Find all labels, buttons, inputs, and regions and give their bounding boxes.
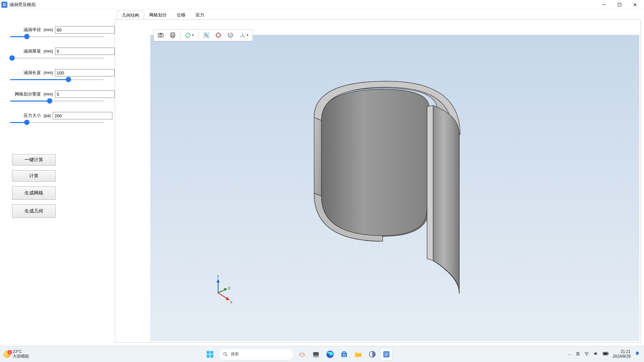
param-mesh-density: 网格划分密度 (mm): [10, 90, 104, 103]
volume-icon[interactable]: [593, 351, 599, 357]
svg-point-27: [223, 352, 226, 355]
tab-stress[interactable]: 应力: [191, 10, 209, 19]
chevron-down-icon: ▼: [246, 34, 249, 37]
chevron-down-icon: ▼: [192, 34, 195, 37]
svg-rect-36: [343, 354, 344, 355]
window-title: 涵洞受压模拟: [9, 2, 36, 8]
pan-icon[interactable]: [213, 30, 224, 40]
length-slider[interactable]: [10, 78, 104, 81]
tab-mesh[interactable]: 网格划分: [144, 10, 172, 19]
notifications-icon[interactable]: [635, 351, 640, 357]
svg-line-15: [240, 36, 243, 38]
canvas-frame: ▼ ▼: [115, 19, 641, 343]
param-unit: (pa): [44, 113, 51, 118]
mesh-density-input[interactable]: [55, 90, 115, 98]
thickness-slider[interactable]: [10, 56, 104, 60]
taskbar-app-store[interactable]: [338, 348, 350, 360]
param-label: 压力大小: [10, 113, 41, 119]
radius-slider[interactable]: [10, 35, 104, 38]
svg-rect-39: [344, 355, 345, 356]
param-label: 网格划分密度: [10, 91, 41, 97]
compute-button[interactable]: 计算: [12, 170, 56, 182]
svg-marker-18: [216, 279, 220, 283]
param-length: 涵洞长度 (mm): [10, 69, 104, 81]
taskbar-app-edge[interactable]: [324, 348, 336, 360]
svg-rect-0: [602, 4, 606, 5]
svg-rect-45: [608, 353, 608, 355]
tab-geometry[interactable]: 几何结构: [117, 11, 144, 20]
svg-rect-24: [210, 351, 213, 354]
taskbar-app-taskview[interactable]: [310, 348, 322, 360]
axis-z-label: z: [217, 274, 219, 279]
axis-y-label: y: [228, 285, 230, 290]
param-radius: 涵洞半径 (mm): [10, 26, 104, 38]
mesh-density-slider[interactable]: [10, 99, 104, 103]
screenshot-icon[interactable]: [155, 30, 166, 40]
length-input[interactable]: [55, 69, 115, 76]
one-click-compute-button[interactable]: 一键计算: [12, 154, 56, 166]
taskbar-app-generic[interactable]: [366, 348, 378, 360]
geometry-model: z x y: [150, 35, 639, 341]
svg-line-12: [207, 36, 208, 37]
maximize-button[interactable]: [612, 0, 627, 9]
tray-chevron-up-icon[interactable]: ︿: [568, 351, 572, 357]
print-icon[interactable]: [167, 30, 178, 40]
system-tray: ︿ 英 21:21 2024/8/29: [564, 350, 644, 359]
weather-desc: 大部晴朗: [13, 354, 29, 359]
svg-line-9: [186, 34, 189, 37]
tab-displacement[interactable]: 位移: [172, 10, 191, 19]
main-panel: 几何结构 网格划分 位移 应力 ▼: [114, 9, 644, 346]
minimize-button[interactable]: [596, 0, 612, 9]
parameter-sidebar: 涵洞半径 (mm) 涵洞厚度 (mm): [0, 9, 114, 346]
svg-rect-40: [355, 353, 362, 357]
param-pressure: 压力大小 (pa): [10, 112, 104, 124]
rotate-icon[interactable]: [225, 30, 236, 40]
svg-line-28: [226, 355, 227, 356]
svg-rect-38: [343, 355, 344, 356]
svg-line-16: [243, 36, 245, 38]
axis-x-label: x: [230, 299, 232, 304]
no-entry-icon[interactable]: ▼: [182, 30, 197, 40]
pressure-input[interactable]: [53, 112, 112, 119]
svg-rect-31: [313, 352, 319, 356]
taskbar-center: 搜索: [32, 348, 564, 361]
weather-icon: 1: [3, 351, 11, 358]
taskbar-app-current[interactable]: [380, 348, 392, 360]
taskbar-weather[interactable]: 1 23°C 大部晴朗: [0, 350, 32, 358]
taskbar-clock[interactable]: 21:21 2024/8/29: [613, 350, 631, 359]
param-unit: (mm): [44, 92, 53, 97]
start-button[interactable]: [204, 348, 216, 361]
svg-rect-37: [344, 354, 345, 355]
search-placeholder: 搜索: [231, 351, 239, 357]
ime-indicator[interactable]: 英: [576, 351, 580, 357]
taskbar-search[interactable]: 搜索: [218, 348, 294, 360]
zoom-fit-icon[interactable]: [201, 30, 212, 40]
battery-icon[interactable]: [603, 352, 609, 357]
svg-point-29: [300, 354, 301, 355]
clock-time: 21:21: [613, 350, 631, 354]
generate-geometry-button[interactable]: 生成几何: [12, 204, 56, 218]
axis-view-icon[interactable]: ▼: [237, 30, 251, 40]
weather-temp: 23°C: [13, 350, 29, 354]
svg-rect-2: [158, 34, 163, 37]
radius-input[interactable]: [55, 26, 115, 34]
svg-point-11: [205, 34, 207, 36]
svg-rect-35: [343, 352, 345, 353]
close-button[interactable]: [627, 0, 643, 9]
wifi-icon[interactable]: [584, 351, 589, 357]
generate-mesh-button[interactable]: 生成网格: [12, 186, 56, 200]
thickness-input[interactable]: [55, 48, 115, 55]
taskbar-app-copilot[interactable]: [296, 348, 308, 360]
search-icon: [223, 352, 228, 357]
param-label: 涵洞厚度: [10, 48, 41, 54]
param-unit: (mm): [44, 49, 53, 54]
svg-rect-4: [160, 33, 162, 34]
param-label: 涵洞半径: [10, 27, 41, 33]
3d-viewport[interactable]: z x y: [150, 35, 639, 341]
pressure-slider[interactable]: [10, 121, 104, 124]
windows-taskbar: 1 23°C 大部晴朗 搜索: [0, 346, 644, 362]
param-label: 涵洞长度: [10, 70, 41, 76]
clock-date: 2024/8/29: [613, 354, 631, 359]
taskbar-app-explorer[interactable]: [352, 348, 364, 360]
title-bar: 涵洞受压模拟: [0, 0, 644, 9]
